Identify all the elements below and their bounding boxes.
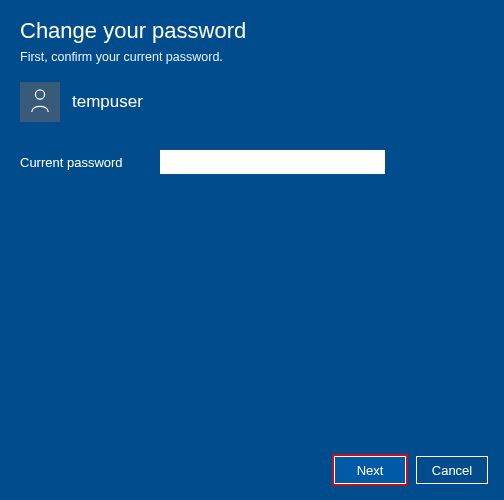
avatar [20, 82, 60, 122]
svg-point-0 [35, 90, 44, 99]
current-password-label: Current password [20, 155, 160, 170]
page-subtitle: First, confirm your current password. [20, 50, 484, 64]
cancel-button[interactable]: Cancel [416, 456, 488, 484]
user-icon [29, 87, 51, 117]
button-bar: Next Cancel [334, 456, 488, 484]
page-title: Change your password [20, 18, 484, 44]
current-password-row: Current password [20, 150, 484, 174]
next-button[interactable]: Next [334, 456, 406, 484]
user-block: tempuser [0, 64, 504, 122]
username-label: tempuser [72, 92, 143, 112]
current-password-input[interactable] [160, 150, 385, 174]
form-area: Current password [0, 122, 504, 174]
dialog-header: Change your password First, confirm your… [0, 0, 504, 64]
